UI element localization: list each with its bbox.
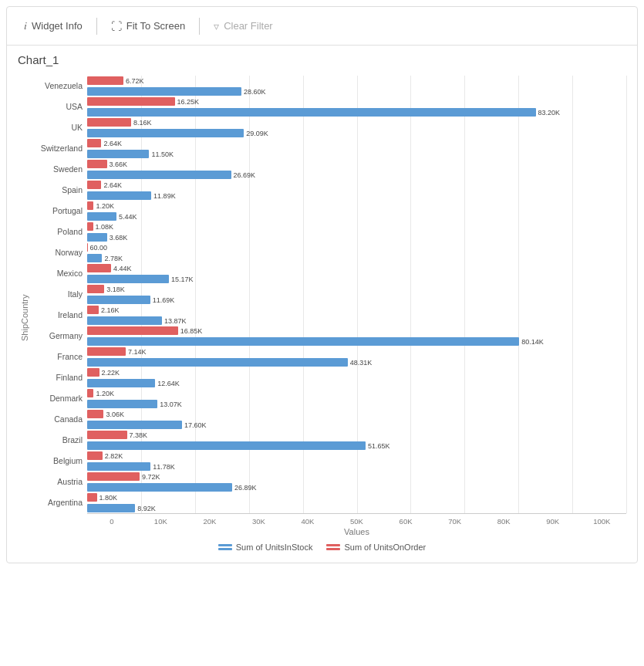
table-row: Finland2.22K12.64K bbox=[32, 367, 626, 388]
bars-group: 2.64K11.89K bbox=[87, 180, 626, 201]
blue-bar-row: 5.44K bbox=[87, 211, 626, 221]
bars-group: 2.16K13.87K bbox=[87, 305, 626, 326]
bar-red bbox=[87, 368, 99, 377]
country-label: Norway bbox=[32, 248, 87, 258]
red-bar-label: 16.85K bbox=[180, 327, 203, 335]
bar-red bbox=[87, 118, 131, 127]
red-bar-row: 9.72K bbox=[87, 472, 626, 482]
bars-group: 1.08K3.68K bbox=[87, 221, 626, 242]
bars-group: 8.16K29.09K bbox=[87, 117, 626, 138]
blue-bar-row: 26.89K bbox=[87, 482, 626, 492]
blue-bar-row: 12.64K bbox=[87, 378, 626, 388]
table-row: Argentina1.80K8.92K bbox=[32, 492, 626, 513]
bar-blue bbox=[87, 233, 107, 242]
bar-red bbox=[87, 306, 99, 314]
bar-red bbox=[87, 285, 104, 293]
bar-red bbox=[87, 139, 101, 147]
widget-info-button[interactable]: 𝑖 Widget Info bbox=[16, 15, 90, 37]
bars-group: 2.82K11.78K bbox=[87, 451, 626, 472]
blue-bar-label: 13.87K bbox=[164, 317, 187, 325]
country-label: Portugal bbox=[32, 207, 87, 216]
x-tick: 10K bbox=[137, 517, 186, 526]
blue-bar-label: 2.78K bbox=[104, 255, 123, 262]
bar-blue bbox=[87, 254, 102, 262]
blue-bar-row: 29.09K bbox=[87, 128, 626, 138]
widget-info-label: Widget Info bbox=[32, 20, 83, 32]
bar-red bbox=[87, 347, 126, 356]
blue-bar-row: 11.89K bbox=[87, 191, 626, 201]
country-label: Finland bbox=[32, 374, 87, 383]
blue-bar-row: 48.31K bbox=[87, 357, 626, 367]
bar-blue bbox=[87, 212, 116, 221]
red-bar-row: 3.66K bbox=[87, 159, 626, 169]
x-tick: 80K bbox=[479, 517, 528, 526]
blue-bar-row: 3.68K bbox=[87, 232, 626, 242]
country-label: Spain bbox=[32, 186, 87, 195]
blue-bar-label: 5.44K bbox=[119, 213, 137, 221]
legend-blue-label: Sum of UnitsInStock bbox=[236, 543, 313, 552]
fit-to-screen-button[interactable]: ⛶ Fit To Screen bbox=[103, 15, 193, 37]
country-label: Denmark bbox=[32, 394, 87, 404]
bar-red bbox=[87, 76, 123, 85]
red-bar-row: 2.82K bbox=[87, 451, 626, 461]
table-row: Austria9.72K26.89K bbox=[32, 472, 626, 492]
table-row: Venezuela6.72K28.60K bbox=[32, 76, 626, 96]
bars-group: 2.22K12.64K bbox=[87, 367, 626, 388]
blue-bar-row: 13.87K bbox=[87, 316, 626, 326]
red-bar-row: 3.18K bbox=[87, 284, 626, 294]
blue-bar-label: 51.65K bbox=[368, 442, 390, 450]
blue-bar-label: 12.64K bbox=[157, 380, 180, 387]
red-bar-label: 2.64K bbox=[103, 181, 122, 189]
blue-bar-row: 15.17K bbox=[87, 274, 626, 284]
red-bar-row: 2.22K bbox=[87, 367, 626, 377]
red-bar-label: 3.06K bbox=[106, 411, 124, 418]
table-row: USA16.25K83.20K bbox=[32, 96, 626, 117]
legend-red-icon bbox=[326, 544, 340, 550]
blue-bar-label: 17.60K bbox=[184, 421, 207, 429]
table-row: UK8.16K29.09K bbox=[32, 117, 626, 138]
bars-group: 3.06K17.60K bbox=[87, 409, 626, 430]
bars-group: 16.25K83.20K bbox=[87, 96, 626, 117]
red-bar-label: 1.20K bbox=[96, 202, 114, 210]
table-row: Portugal1.20K5.44K bbox=[32, 201, 626, 221]
bars-group: 6.72K28.60K bbox=[87, 76, 626, 96]
table-row: Italy3.18K11.69K bbox=[32, 284, 626, 305]
country-label: Canada bbox=[32, 415, 87, 424]
red-bar-label: 2.16K bbox=[101, 306, 120, 314]
red-bar-row: 60.00 bbox=[87, 242, 626, 252]
x-tick: 60K bbox=[381, 517, 430, 526]
blue-bar-label: 29.09K bbox=[246, 130, 268, 137]
bars-group: 9.72K26.89K bbox=[87, 472, 626, 492]
blue-bar-label: 48.31K bbox=[350, 359, 373, 367]
bar-red bbox=[87, 201, 93, 210]
country-label: Poland bbox=[32, 228, 87, 237]
red-bar-label: 2.22K bbox=[102, 369, 120, 377]
blue-bar-label: 83.20K bbox=[538, 109, 561, 117]
red-bar-label: 3.66K bbox=[110, 161, 128, 168]
country-label: Italy bbox=[32, 290, 87, 299]
country-label: Argentina bbox=[32, 499, 87, 508]
clear-filter-label: Clear Filter bbox=[224, 20, 273, 32]
country-label: UK bbox=[32, 123, 87, 133]
red-bar-row: 7.14K bbox=[87, 347, 626, 357]
bar-red bbox=[87, 181, 101, 189]
country-label: Venezuela bbox=[32, 82, 87, 91]
chart-area: ShipCountry Venezuela6.72K28.60KUSA16.25… bbox=[7, 69, 637, 563]
blue-bar-row: 11.50K bbox=[87, 149, 626, 159]
blue-bar-label: 11.78K bbox=[153, 463, 175, 471]
red-bar-label: 16.25K bbox=[177, 98, 200, 106]
x-tick: 90K bbox=[528, 517, 578, 526]
red-bar-label: 1.80K bbox=[99, 494, 118, 502]
bar-blue bbox=[87, 316, 162, 325]
blue-bar-label: 11.69K bbox=[153, 296, 175, 304]
clear-filter-button[interactable]: ▿ Clear Filter bbox=[206, 15, 281, 37]
red-bar-row: 3.06K bbox=[87, 409, 626, 419]
x-tick: 0 bbox=[87, 517, 137, 526]
country-label: Germany bbox=[32, 332, 87, 341]
bar-red bbox=[87, 326, 178, 335]
red-bar-label: 2.82K bbox=[105, 452, 123, 460]
table-row: Mexico4.44K15.17K bbox=[32, 263, 626, 284]
country-label: Switzerland bbox=[32, 144, 87, 154]
bar-blue bbox=[87, 358, 348, 367]
bars-group: 4.44K15.17K bbox=[87, 263, 626, 284]
